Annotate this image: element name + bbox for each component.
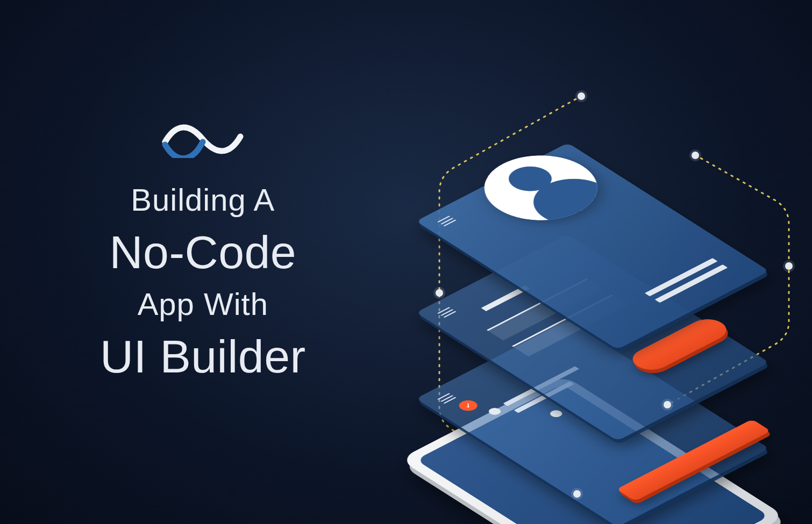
bullet-dot-icon [548,408,565,418]
connector-node-icon [578,92,585,100]
connector-node-icon [436,289,443,297]
headline: Building A No-Code App With UI Builder [100,179,306,388]
isometric-stack: ✓ [388,20,797,504]
headline-line-4: UI Builder [100,325,306,387]
hamburger-menu-icon [437,393,457,404]
connector-node-icon [785,262,793,270]
checkmark-badge-icon: ✓ [455,398,481,413]
headline-line-1: Building A [100,179,306,221]
connector-node-icon [664,401,671,408]
connector-node-icon [692,152,699,159]
bullet-dot-icon [487,406,503,416]
text-column: Building A No-Code App With UI Builder [0,0,374,524]
backendless-wave-logo [160,115,246,160]
connector-node-icon [573,490,581,498]
hero-banner: Building A No-Code App With UI Builder [0,0,812,524]
profile-screen-layer [593,96,797,397]
headline-line-2: No-Code [100,221,306,283]
avatar-icon [461,142,621,233]
hamburger-menu-icon [437,307,457,318]
illustration-column: ✓ [374,0,812,524]
name-lines-placeholder [640,255,728,303]
headline-line-3: App With [100,283,306,325]
hamburger-menu-icon [437,216,457,226]
